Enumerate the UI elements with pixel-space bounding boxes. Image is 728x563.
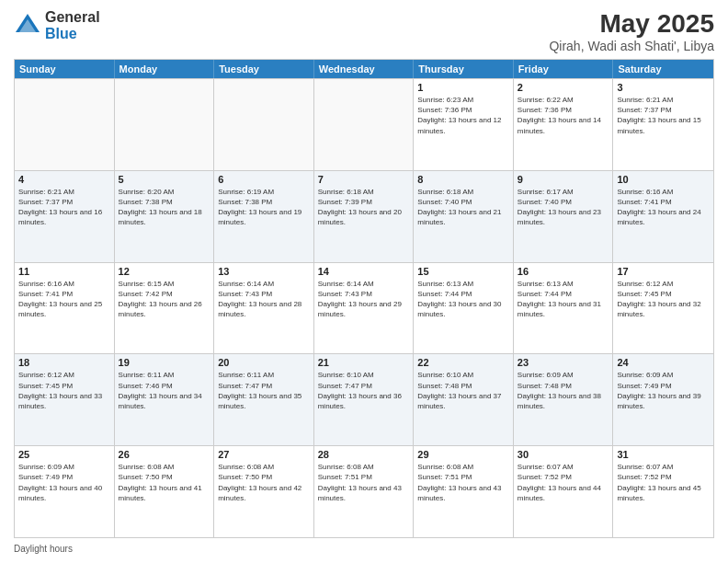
- day-cell-25: 25Sunrise: 6:09 AMSunset: 7:49 PMDayligh…: [15, 446, 115, 537]
- empty-cell: [15, 79, 115, 170]
- day-number: 21: [318, 357, 410, 368]
- main-title: May 2025: [549, 9, 714, 39]
- header-day-saturday: Saturday: [613, 60, 713, 78]
- header-day-tuesday: Tuesday: [214, 60, 314, 78]
- day-cell-1: 1Sunrise: 6:23 AMSunset: 7:36 PMDaylight…: [414, 79, 514, 170]
- day-number: 31: [617, 449, 710, 460]
- day-number: 16: [518, 266, 609, 277]
- day-number: 5: [119, 174, 210, 185]
- day-number: 29: [417, 449, 509, 460]
- day-cell-16: 16Sunrise: 6:13 AMSunset: 7:44 PMDayligh…: [514, 263, 614, 354]
- day-number: 10: [617, 174, 710, 185]
- logo-text: General Blue: [45, 9, 100, 41]
- day-cell-3: 3Sunrise: 6:21 AMSunset: 7:37 PMDaylight…: [613, 79, 713, 170]
- day-cell-10: 10Sunrise: 6:16 AMSunset: 7:41 PMDayligh…: [613, 171, 713, 262]
- calendar-header: SundayMondayTuesdayWednesdayThursdayFrid…: [15, 60, 713, 78]
- day-info: Sunrise: 6:12 AMSunset: 7:45 PMDaylight:…: [18, 370, 110, 411]
- day-info: Sunrise: 6:16 AMSunset: 7:41 PMDaylight:…: [617, 187, 710, 228]
- day-info: Sunrise: 6:13 AMSunset: 7:44 PMDaylight:…: [518, 279, 609, 320]
- day-info: Sunrise: 6:14 AMSunset: 7:43 PMDaylight:…: [318, 279, 410, 320]
- day-cell-28: 28Sunrise: 6:08 AMSunset: 7:51 PMDayligh…: [314, 446, 415, 537]
- day-number: 18: [18, 357, 110, 368]
- day-number: 6: [218, 174, 310, 185]
- calendar-row-5: 25Sunrise: 6:09 AMSunset: 7:49 PMDayligh…: [15, 445, 713, 537]
- logo-blue-text: Blue: [45, 26, 100, 42]
- day-cell-18: 18Sunrise: 6:12 AMSunset: 7:45 PMDayligh…: [15, 354, 115, 445]
- day-cell-8: 8Sunrise: 6:18 AMSunset: 7:40 PMDaylight…: [414, 171, 514, 262]
- day-number: 22: [417, 357, 509, 368]
- day-info: Sunrise: 6:19 AMSunset: 7:38 PMDaylight:…: [218, 187, 310, 228]
- calendar-row-1: 1Sunrise: 6:23 AMSunset: 7:36 PMDaylight…: [15, 78, 713, 170]
- calendar-row-3: 11Sunrise: 6:16 AMSunset: 7:41 PMDayligh…: [15, 262, 713, 354]
- logo-icon: [14, 12, 41, 40]
- calendar-row-4: 18Sunrise: 6:12 AMSunset: 7:45 PMDayligh…: [15, 353, 713, 445]
- day-number: 11: [18, 266, 110, 277]
- day-number: 17: [617, 266, 710, 277]
- subtitle: Qirah, Wadi ash Shati', Libya: [549, 39, 714, 53]
- day-cell-29: 29Sunrise: 6:08 AMSunset: 7:51 PMDayligh…: [414, 446, 514, 537]
- header: General Blue May 2025 Qirah, Wadi ash Sh…: [14, 9, 714, 53]
- day-number: 2: [518, 82, 609, 93]
- day-cell-23: 23Sunrise: 6:09 AMSunset: 7:48 PMDayligh…: [514, 354, 614, 445]
- calendar-row-2: 4Sunrise: 6:21 AMSunset: 7:37 PMDaylight…: [15, 170, 713, 262]
- day-info: Sunrise: 6:18 AMSunset: 7:39 PMDaylight:…: [318, 187, 410, 228]
- day-number: 26: [119, 449, 210, 460]
- day-number: 1: [417, 82, 509, 93]
- day-info: Sunrise: 6:08 AMSunset: 7:51 PMDaylight:…: [318, 462, 410, 503]
- logo: General Blue: [14, 9, 100, 41]
- day-info: Sunrise: 6:23 AMSunset: 7:36 PMDaylight:…: [417, 95, 509, 136]
- day-number: 9: [518, 174, 609, 185]
- day-info: Sunrise: 6:14 AMSunset: 7:43 PMDaylight:…: [218, 279, 310, 320]
- day-cell-4: 4Sunrise: 6:21 AMSunset: 7:37 PMDaylight…: [15, 171, 115, 262]
- empty-cell: [115, 79, 215, 170]
- day-info: Sunrise: 6:09 AMSunset: 7:48 PMDaylight:…: [518, 370, 609, 411]
- day-info: Sunrise: 6:20 AMSunset: 7:38 PMDaylight:…: [119, 187, 210, 228]
- day-cell-27: 27Sunrise: 6:08 AMSunset: 7:50 PMDayligh…: [214, 446, 314, 537]
- day-number: 8: [417, 174, 509, 185]
- day-number: 4: [18, 174, 110, 185]
- day-info: Sunrise: 6:08 AMSunset: 7:50 PMDaylight:…: [218, 462, 310, 503]
- header-day-friday: Friday: [514, 60, 614, 78]
- day-number: 20: [218, 357, 310, 368]
- day-number: 7: [318, 174, 410, 185]
- title-area: May 2025 Qirah, Wadi ash Shati', Libya: [549, 9, 714, 53]
- day-cell-22: 22Sunrise: 6:10 AMSunset: 7:48 PMDayligh…: [414, 354, 514, 445]
- day-cell-19: 19Sunrise: 6:11 AMSunset: 7:46 PMDayligh…: [115, 354, 215, 445]
- day-info: Sunrise: 6:18 AMSunset: 7:40 PMDaylight:…: [417, 187, 509, 228]
- day-info: Sunrise: 6:09 AMSunset: 7:49 PMDaylight:…: [18, 462, 110, 503]
- empty-cell: [214, 79, 314, 170]
- day-number: 3: [617, 82, 710, 93]
- day-number: 23: [518, 357, 609, 368]
- day-cell-6: 6Sunrise: 6:19 AMSunset: 7:38 PMDaylight…: [214, 171, 314, 262]
- day-info: Sunrise: 6:13 AMSunset: 7:44 PMDaylight:…: [417, 279, 509, 320]
- day-info: Sunrise: 6:16 AMSunset: 7:41 PMDaylight:…: [18, 279, 110, 320]
- day-cell-30: 30Sunrise: 6:07 AMSunset: 7:52 PMDayligh…: [514, 446, 614, 537]
- calendar-body: 1Sunrise: 6:23 AMSunset: 7:36 PMDaylight…: [15, 78, 713, 537]
- day-number: 12: [119, 266, 210, 277]
- day-number: 19: [119, 357, 210, 368]
- day-info: Sunrise: 6:08 AMSunset: 7:51 PMDaylight:…: [417, 462, 509, 503]
- day-info: Sunrise: 6:21 AMSunset: 7:37 PMDaylight:…: [617, 95, 710, 136]
- day-number: 13: [218, 266, 310, 277]
- day-cell-9: 9Sunrise: 6:17 AMSunset: 7:40 PMDaylight…: [514, 171, 614, 262]
- header-day-wednesday: Wednesday: [314, 60, 415, 78]
- day-cell-11: 11Sunrise: 6:16 AMSunset: 7:41 PMDayligh…: [15, 263, 115, 354]
- calendar: SundayMondayTuesdayWednesdayThursdayFrid…: [14, 59, 714, 538]
- day-info: Sunrise: 6:17 AMSunset: 7:40 PMDaylight:…: [518, 187, 609, 228]
- day-cell-24: 24Sunrise: 6:09 AMSunset: 7:49 PMDayligh…: [613, 354, 713, 445]
- day-info: Sunrise: 6:21 AMSunset: 7:37 PMDaylight:…: [18, 187, 110, 228]
- header-day-thursday: Thursday: [414, 60, 514, 78]
- day-info: Sunrise: 6:10 AMSunset: 7:48 PMDaylight:…: [417, 370, 509, 411]
- day-cell-7: 7Sunrise: 6:18 AMSunset: 7:39 PMDaylight…: [314, 171, 415, 262]
- day-number: 15: [417, 266, 509, 277]
- day-cell-12: 12Sunrise: 6:15 AMSunset: 7:42 PMDayligh…: [115, 263, 215, 354]
- day-number: 14: [318, 266, 410, 277]
- page: General Blue May 2025 Qirah, Wadi ash Sh…: [0, 0, 728, 563]
- day-cell-15: 15Sunrise: 6:13 AMSunset: 7:44 PMDayligh…: [414, 263, 514, 354]
- header-day-sunday: Sunday: [15, 60, 115, 78]
- footer-note: Daylight hours: [14, 542, 714, 554]
- day-cell-2: 2Sunrise: 6:22 AMSunset: 7:36 PMDaylight…: [514, 79, 614, 170]
- day-cell-13: 13Sunrise: 6:14 AMSunset: 7:43 PMDayligh…: [214, 263, 314, 354]
- day-cell-26: 26Sunrise: 6:08 AMSunset: 7:50 PMDayligh…: [115, 446, 215, 537]
- day-info: Sunrise: 6:15 AMSunset: 7:42 PMDaylight:…: [119, 279, 210, 320]
